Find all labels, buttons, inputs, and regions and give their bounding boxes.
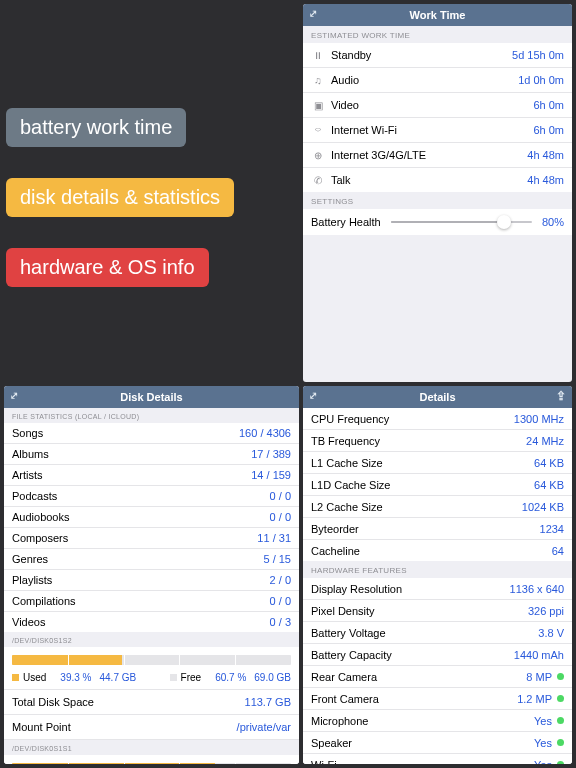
row-value: 1d 0h 0m [518, 74, 564, 86]
expand-icon[interactable]: ⤢ [309, 390, 317, 401]
stat-value: 0 / 3 [270, 616, 291, 628]
disk2-bar [4, 755, 299, 764]
hw-label: Display Resolution [311, 583, 510, 595]
detail-label: TB Frequency [311, 435, 526, 447]
panel-header-details: ⤢ Details ⇪ [303, 386, 572, 408]
hw-value: Yes [534, 715, 552, 727]
stat-value: 11 / 31 [257, 532, 291, 544]
stat-label: Videos [12, 616, 270, 628]
slider-value: 80% [542, 216, 564, 228]
disk1-total: Total Disk Space113.7 GB [4, 690, 299, 715]
detail-label: L1D Cache Size [311, 479, 534, 491]
detail-value: 64 [552, 545, 564, 557]
hw-label: Battery Voltage [311, 627, 538, 639]
work-time-row: ⌔Internet Wi-Fi6h 0m [303, 118, 572, 143]
detail-row: L1 Cache Size64 KB [303, 452, 572, 474]
section-estimated: ESTIMATED WORK TIME [303, 26, 572, 43]
status-dot [557, 761, 564, 764]
detail-value: 24 MHz [526, 435, 564, 447]
stat-value: 5 / 15 [263, 553, 291, 565]
stat-label: Composers [12, 532, 257, 544]
row-label: Video [331, 99, 533, 111]
section-file-stats: FILE STATISTICS (LOCAL / ICLOUD) [4, 408, 299, 423]
hw-row: Display Resolution1136 x 640 [303, 578, 572, 600]
stat-label: Songs [12, 427, 239, 439]
row-icon: ⌔ [311, 125, 325, 136]
stat-label: Podcasts [12, 490, 270, 502]
panel-title: Disk Details [120, 391, 182, 403]
row-value: 4h 48m [527, 149, 564, 161]
battery-health-slider[interactable] [391, 221, 532, 223]
detail-value: 64 KB [534, 479, 564, 491]
stat-label: Artists [12, 469, 251, 481]
row-icon: ⏸ [311, 50, 325, 61]
stat-value: 0 / 0 [270, 595, 291, 607]
row-value: 6h 0m [533, 124, 564, 136]
hw-value: 1440 mAh [514, 649, 564, 661]
stat-row: Artists14 / 159 [4, 465, 299, 486]
hw-row: Battery Capacity1440 mAh [303, 644, 572, 666]
stat-label: Albums [12, 448, 251, 460]
hw-label: Battery Capacity [311, 649, 514, 661]
battery-health-row: Battery Health 80% [303, 209, 572, 235]
work-time-row: ⏸Standby5d 15h 0m [303, 43, 572, 68]
hw-value: Yes [534, 737, 552, 749]
work-time-row: ♫Audio1d 0h 0m [303, 68, 572, 93]
detail-label: L1 Cache Size [311, 457, 534, 469]
detail-value: 1234 [540, 523, 564, 535]
detail-label: L2 Cache Size [311, 501, 522, 513]
pill-hardware: hardware & OS info [6, 248, 209, 287]
detail-row: Byteorder1234 [303, 518, 572, 540]
stat-value: 14 / 159 [251, 469, 291, 481]
detail-label: Cacheline [311, 545, 552, 557]
hw-value: 1.2 MP [517, 693, 552, 705]
stat-value: 0 / 0 [270, 490, 291, 502]
hw-row: Rear Camera8 MP [303, 666, 572, 688]
pill-battery: battery work time [6, 108, 186, 147]
detail-label: CPU Frequency [311, 413, 514, 425]
panel-disk-details: ⤢ Disk Details FILE STATISTICS (LOCAL / … [4, 386, 299, 764]
expand-icon[interactable]: ⤢ [10, 390, 18, 401]
row-icon: ♫ [311, 75, 325, 86]
hw-value: Yes [534, 759, 552, 765]
hw-value: 326 ppi [528, 605, 564, 617]
work-time-row: ⊕Internet 3G/4G/LTE4h 48m [303, 143, 572, 168]
stat-row: Podcasts0 / 0 [4, 486, 299, 507]
stat-row: Playlists2 / 0 [4, 570, 299, 591]
stat-row: Compilations0 / 0 [4, 591, 299, 612]
status-dot [557, 673, 564, 680]
hw-value: 8 MP [526, 671, 552, 683]
detail-row: L2 Cache Size1024 KB [303, 496, 572, 518]
row-label: Internet Wi-Fi [331, 124, 533, 136]
work-time-row: ▣Video6h 0m [303, 93, 572, 118]
hw-label: Front Camera [311, 693, 517, 705]
stat-value: 160 / 4306 [239, 427, 291, 439]
hw-row: SpeakerYes [303, 732, 572, 754]
panel-header-disk: ⤢ Disk Details [4, 386, 299, 408]
stat-row: Albums17 / 389 [4, 444, 299, 465]
stat-row: Genres5 / 15 [4, 549, 299, 570]
stat-label: Compilations [12, 595, 270, 607]
section-settings: SETTINGS [303, 192, 572, 209]
slider-label: Battery Health [311, 216, 381, 228]
stat-value: 2 / 0 [270, 574, 291, 586]
row-value: 6h 0m [533, 99, 564, 111]
share-icon[interactable]: ⇪ [556, 389, 566, 403]
stat-row: Audiobooks0 / 0 [4, 507, 299, 528]
hw-row: Wi-FiYes [303, 754, 572, 764]
panel-header-work-time: ⤢ Work Time [303, 4, 572, 26]
hw-label: Microphone [311, 715, 534, 727]
section-disk1: /DEV/DISK0S1S2 [4, 632, 299, 647]
stat-row: Videos0 / 3 [4, 612, 299, 632]
expand-icon[interactable]: ⤢ [309, 8, 317, 19]
hw-row: MicrophoneYes [303, 710, 572, 732]
hw-label: Wi-Fi [311, 759, 534, 765]
stat-label: Genres [12, 553, 263, 565]
detail-row: CPU Frequency1300 MHz [303, 408, 572, 430]
pill-disk: disk details & statistics [6, 178, 234, 217]
hw-value: 1136 x 640 [510, 583, 564, 595]
stat-value: 17 / 389 [251, 448, 291, 460]
row-value: 4h 48m [527, 174, 564, 186]
stat-row: Composers11 / 31 [4, 528, 299, 549]
status-dot [557, 717, 564, 724]
